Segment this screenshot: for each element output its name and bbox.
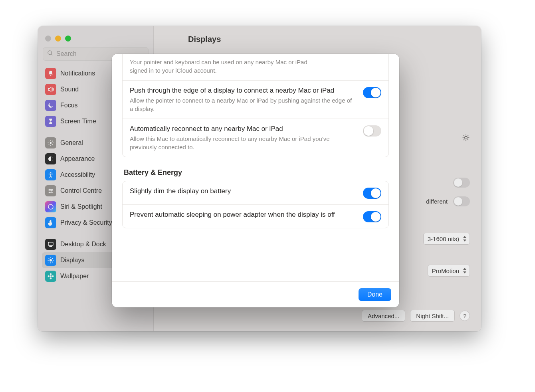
setting-auto-reconnect: Automatically reconnect to any nearby Ma… (123, 119, 388, 157)
modal-top-description: Your pointer and keyboard can be used on… (123, 54, 388, 80)
toggle-auto-reconnect[interactable] (363, 125, 381, 137)
setting-prevent-sleep: Prevent automatic sleeping on power adap… (123, 204, 388, 228)
setting-push-through-edge: Push through the edge of a display to co… (123, 80, 388, 119)
advanced-displays-modal: Your pointer and keyboard can be used on… (112, 54, 399, 307)
toggle-dim-on-battery[interactable] (363, 188, 381, 199)
done-button[interactable]: Done (359, 288, 391, 301)
setting-title: Prevent automatic sleeping on power adap… (130, 210, 356, 220)
setting-description: Allow this Mac to automatically reconnec… (130, 135, 356, 151)
toggle-push-through-edge[interactable] (363, 87, 381, 98)
setting-description: Allow the pointer to connect to a nearby… (130, 96, 356, 113)
section-header-battery: Battery & Energy (122, 168, 389, 181)
setting-title: Automatically reconnect to any nearby Ma… (130, 125, 356, 134)
setting-title: Push through the edge of a display to co… (130, 86, 356, 95)
setting-dim-on-battery: Slightly dim the display on battery (123, 181, 388, 204)
setting-title: Slightly dim the display on battery (130, 187, 356, 196)
toggle-prevent-sleep[interactable] (363, 211, 381, 222)
